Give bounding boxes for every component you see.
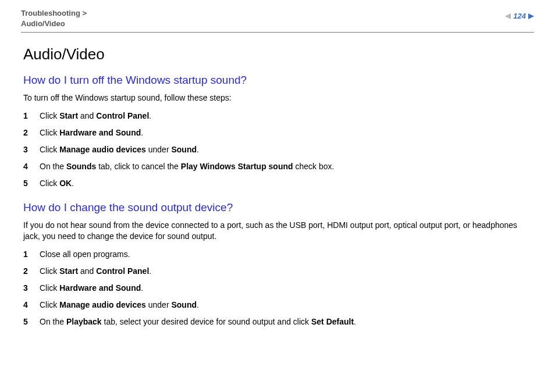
step-item: 5Click OK. [23, 178, 532, 189]
page-header: Troubleshooting > Audio/Video 124 [21, 8, 534, 33]
page-number: 124 [513, 12, 526, 20]
step-text: On the Sounds tab, click to cancel the P… [40, 161, 334, 172]
step-item: 5On the Playback tab, select your desire… [23, 316, 532, 327]
page-nav: 124 [505, 12, 534, 20]
step-list: 1Close all open programs.2Click Start an… [23, 249, 532, 327]
step-item: 3Click Manage audio devices under Sound. [23, 144, 532, 155]
section-heading: How do I change the sound output device? [23, 201, 532, 214]
step-item: 3Click Hardware and Sound. [23, 283, 532, 294]
step-item: 2Click Start and Control Panel. [23, 266, 532, 277]
step-item: 4On the Sounds tab, click to cancel the … [23, 161, 532, 172]
section-heading: How do I turn off the Windows startup so… [23, 74, 532, 87]
step-text: Close all open programs. [40, 249, 130, 260]
step-item: 2Click Hardware and Sound. [23, 127, 532, 138]
step-text: Click Start and Control Panel. [40, 111, 151, 122]
step-item: 4Click Manage audio devices under Sound. [23, 300, 532, 311]
step-text: Click Manage audio devices under Sound. [40, 144, 199, 155]
section-intro: If you do not hear sound from the device… [23, 220, 532, 242]
prev-page-icon[interactable] [505, 13, 511, 19]
breadcrumb-sep: > [82, 9, 87, 17]
step-text: On the Playback tab, select your desired… [40, 316, 356, 327]
step-number: 5 [23, 178, 40, 189]
step-text: Click Hardware and Sound. [40, 283, 143, 294]
breadcrumb-current: Audio/Video [21, 19, 65, 28]
step-text: Click Manage audio devices under Sound. [40, 300, 199, 311]
step-number: 1 [23, 249, 40, 260]
step-list: 1Click Start and Control Panel.2Click Ha… [23, 111, 532, 188]
page-title: Audio/Video [23, 45, 532, 63]
next-page-icon[interactable] [528, 13, 534, 19]
step-number: 1 [23, 111, 40, 122]
step-text: Click Hardware and Sound. [40, 127, 143, 138]
step-number: 5 [23, 316, 40, 327]
breadcrumb-parent: Troubleshooting [21, 9, 80, 17]
step-number: 4 [23, 161, 40, 172]
breadcrumb: Troubleshooting > Audio/Video [21, 8, 87, 28]
step-number: 2 [23, 266, 40, 277]
step-item: 1Click Start and Control Panel. [23, 111, 532, 122]
step-text: Click Start and Control Panel. [40, 266, 151, 277]
section-intro: To turn off the Windows startup sound, f… [23, 92, 532, 104]
step-number: 3 [23, 283, 40, 294]
step-text: Click OK. [40, 178, 74, 189]
step-item: 1Close all open programs. [23, 249, 532, 260]
step-number: 2 [23, 127, 40, 138]
step-number: 3 [23, 144, 40, 155]
page-content: Audio/Video How do I turn off the Window… [21, 45, 534, 327]
step-number: 4 [23, 300, 40, 311]
